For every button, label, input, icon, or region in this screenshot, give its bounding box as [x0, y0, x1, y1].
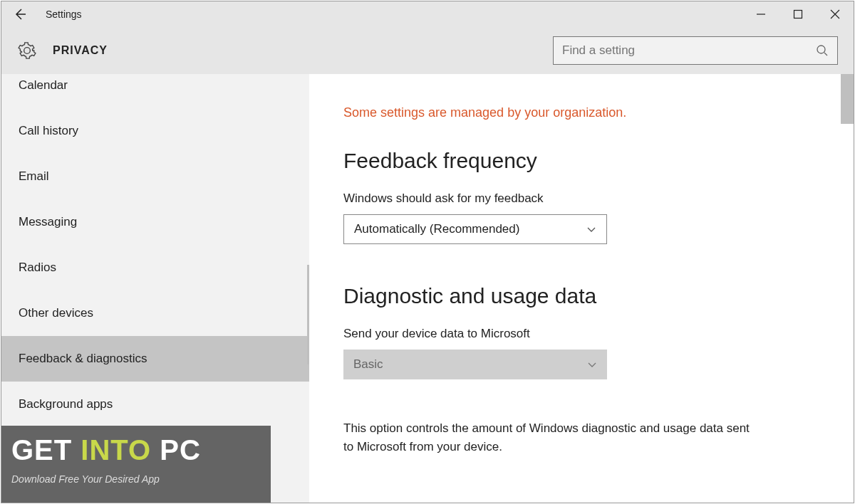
sidebar-item-label: Radios: [19, 261, 56, 275]
sidebar-item-label: Calendar: [19, 78, 68, 93]
diagnostic-label: Send your device data to Microsoft: [343, 327, 819, 341]
diagnostic-description: This option controls the amount of Windo…: [343, 419, 757, 456]
feedback-frequency-heading: Feedback frequency: [343, 149, 819, 173]
search-box[interactable]: [553, 36, 838, 65]
sidebar-item-email[interactable]: Email: [1, 154, 309, 199]
maximize-icon: [793, 9, 803, 19]
close-icon: [830, 9, 840, 19]
diagnostic-heading: Diagnostic and usage data: [343, 284, 819, 308]
select-value: Automatically (Recommended): [354, 222, 519, 236]
header: PRIVACY: [1, 27, 854, 74]
chevron-down-icon: [587, 359, 597, 369]
diagnostic-select: Basic: [343, 350, 607, 379]
sidebar-item-label: Messaging: [19, 215, 77, 229]
sidebar-item-messaging[interactable]: Messaging: [1, 199, 309, 245]
content-scrollbar[interactable]: [841, 74, 854, 124]
sidebar-item-label: Call history: [19, 124, 78, 138]
window-title: Settings: [46, 9, 82, 20]
select-value: Basic: [353, 357, 383, 372]
svg-rect-0: [794, 11, 802, 19]
settings-gear-icon: [17, 41, 37, 61]
window-controls: [742, 1, 854, 27]
content: Some settings are managed by your organi…: [309, 74, 854, 503]
chevron-down-icon: [586, 224, 596, 234]
sidebar-item-label: Feedback & diagnostics: [19, 352, 147, 366]
sidebar-list: Calendar Call history Email Messaging Ra…: [1, 74, 309, 427]
close-button[interactable]: [817, 1, 854, 27]
sidebar-item-radios[interactable]: Radios: [1, 245, 309, 290]
sidebar-item-label: Other devices: [19, 306, 93, 320]
minimize-icon: [756, 9, 766, 19]
svg-point-1: [817, 46, 825, 53]
sidebar-item-label: Email: [19, 169, 49, 184]
sidebar-item-call-history[interactable]: Call history: [1, 108, 309, 154]
sidebar-item-calendar[interactable]: Calendar: [1, 74, 309, 108]
page-title: PRIVACY: [53, 44, 108, 57]
feedback-frequency-select[interactable]: Automatically (Recommended): [343, 214, 607, 244]
watermark-subtitle: Download Free Your Desired App: [11, 473, 261, 485]
back-button[interactable]: [1, 1, 38, 27]
search-input[interactable]: [562, 43, 816, 58]
feedback-frequency-label: Windows should ask for my feedback: [343, 191, 819, 206]
org-warning: Some settings are managed by your organi…: [343, 105, 819, 120]
arrow-left-icon: [13, 7, 27, 21]
titlebar: Settings: [1, 1, 854, 27]
sidebar-item-feedback-diagnostics[interactable]: Feedback & diagnostics: [1, 336, 309, 382]
sidebar-item-background-apps[interactable]: Background apps: [1, 382, 309, 427]
minimize-button[interactable]: [742, 1, 779, 27]
maximize-button[interactable]: [779, 1, 817, 27]
sidebar-item-label: Background apps: [19, 397, 113, 411]
search-icon: [816, 44, 829, 57]
gear-icon: [18, 41, 36, 60]
watermark: GET INTO PC Download Free Your Desired A…: [1, 426, 271, 503]
sidebar-item-other-devices[interactable]: Other devices: [1, 290, 309, 336]
watermark-title: GET INTO PC: [11, 434, 261, 466]
